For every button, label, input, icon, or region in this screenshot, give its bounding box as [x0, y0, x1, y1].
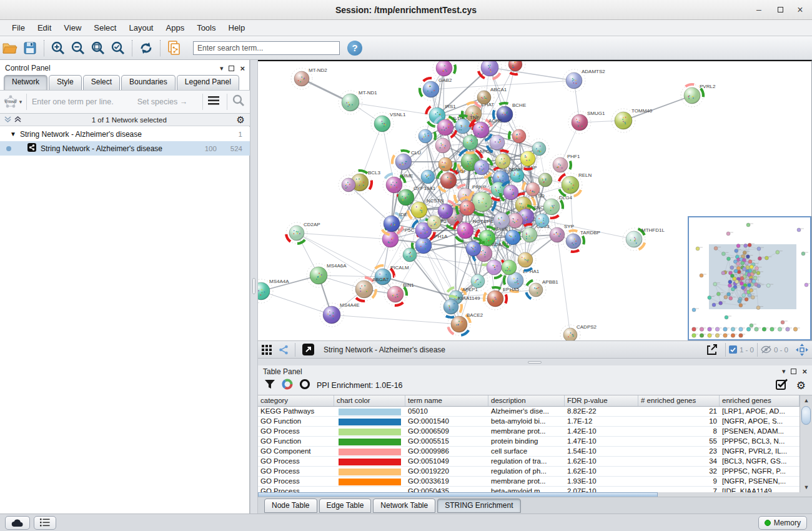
- tab-edge-table[interactable]: Edge Table: [319, 499, 372, 513]
- tab-string-enrichment[interactable]: STRING Enrichment: [437, 499, 520, 513]
- network-collection-row[interactable]: ▼ String Network - Alzheimer's disease 1: [0, 127, 250, 141]
- network-node-f2[interactable]: [478, 61, 502, 79]
- network-row[interactable]: String Network - Alzheimer's disease 100…: [0, 141, 250, 156]
- minimize-button[interactable]: –: [751, 4, 767, 16]
- maximize-button[interactable]: [772, 4, 788, 16]
- panel-menu-icon[interactable]: ▾: [782, 367, 786, 375]
- network-node-CD2AP[interactable]: CD2AP: [286, 222, 320, 244]
- table-row[interactable]: KEGG Pathways05010Alzheimer's dise...8.8…: [258, 407, 800, 417]
- network-node-g5[interactable]: [509, 126, 529, 146]
- column-header-enriched-genes[interactable]: enriched genes: [720, 395, 800, 406]
- grid-view-icon[interactable]: [258, 340, 275, 359]
- table-horizontal-scrollbar[interactable]: [258, 492, 812, 497]
- string-search-icon[interactable]: [232, 94, 245, 109]
- tab-select[interactable]: Select: [83, 75, 120, 90]
- column-header-category[interactable]: category: [258, 395, 334, 406]
- collection-expander-icon[interactable]: ▼: [10, 131, 16, 137]
- horizontal-splitter-grip[interactable]: [528, 361, 542, 364]
- zoom-selected-icon[interactable]: [108, 39, 128, 57]
- menu-view[interactable]: View: [58, 21, 87, 34]
- menu-layout[interactable]: Layout: [123, 21, 159, 34]
- menu-select[interactable]: Select: [88, 21, 122, 34]
- tab-boundaries[interactable]: Boundaries: [121, 75, 176, 90]
- network-options-gear-icon[interactable]: ⚙: [237, 114, 245, 126]
- network-node-APBB1[interactable]: APBB1: [526, 279, 558, 300]
- network-node-SMUG1[interactable]: SMUG1: [568, 111, 605, 134]
- column-header--enriched-genes[interactable]: # enriched genes: [638, 395, 720, 406]
- network-node-g2[interactable]: [432, 135, 453, 156]
- table-settings-gear-icon[interactable]: ⚙: [796, 379, 806, 392]
- network-node-RELN[interactable]: RELN: [558, 172, 592, 197]
- zoom-fit-icon[interactable]: [88, 39, 108, 57]
- tab-network[interactable]: Network: [4, 75, 47, 90]
- network-node-CADPS2[interactable]: CADPS2: [560, 324, 597, 340]
- filter-icon[interactable]: [264, 379, 275, 392]
- table-row[interactable]: GO ProcessGO:0033619membrane prot...1.93…: [258, 477, 800, 487]
- network-node-TARDBP[interactable]: TARDBP: [563, 230, 600, 252]
- network-node-VSNL1[interactable]: VSNL1: [371, 112, 406, 135]
- string-logo[interactable]: STRING ▾: [0, 94, 25, 109]
- table-row[interactable]: GO ProcessGO:0019220regulation of ph...1…: [258, 467, 800, 477]
- column-header-description[interactable]: description: [488, 395, 565, 406]
- close-button[interactable]: ×: [792, 4, 808, 16]
- network-node-MS4A6A[interactable]: MS4A6A: [307, 263, 347, 287]
- network-node-MT-ND1[interactable]: MT-ND1: [339, 90, 377, 114]
- network-node-PHF1[interactable]: PHF1: [550, 154, 580, 176]
- vertical-splitter-grip[interactable]: [252, 278, 255, 294]
- column-header-FDR-p-value[interactable]: FDR p-value: [565, 395, 638, 406]
- close-panel-icon[interactable]: ×: [802, 367, 807, 376]
- table-row[interactable]: GO FunctionGO:0001540beta-amyloid bi...1…: [258, 417, 800, 427]
- species-selector[interactable]: Set species →: [137, 97, 188, 106]
- table-row[interactable]: GO ProcessGO:0006509membrane prot...1.42…: [258, 427, 800, 437]
- open-session-button[interactable]: [0, 39, 20, 57]
- network-node-ABCA7[interactable]: ABCA7: [352, 277, 389, 301]
- column-header-term-name[interactable]: term name: [405, 395, 488, 406]
- refresh-icon[interactable]: [136, 39, 156, 57]
- memory-button[interactable]: Memory: [758, 516, 807, 530]
- ring-chart-icon[interactable]: [299, 379, 310, 392]
- network-node-ADAMTS2[interactable]: ADAMTS2: [563, 69, 605, 92]
- network-node-TOMM40[interactable]: TOMM40: [611, 108, 653, 132]
- network-from-selection-icon[interactable]: [164, 39, 184, 57]
- network-node-MS4A4E[interactable]: MS4A4E: [320, 302, 360, 327]
- birdseye-view[interactable]: [688, 216, 811, 340]
- expand-all-icon[interactable]: [14, 116, 22, 124]
- network-node-EPHA5[interactable]: EPHA5: [484, 287, 520, 310]
- zoom-out-icon[interactable]: [68, 39, 88, 57]
- scrollbar-thumb[interactable]: [801, 406, 811, 425]
- float-panel-icon[interactable]: [791, 369, 796, 374]
- select-columns-icon[interactable]: [776, 379, 788, 393]
- enrichment-chart-icon[interactable]: [282, 379, 293, 392]
- network-node-MT-ND2[interactable]: MT-ND2: [291, 67, 327, 89]
- export-network-icon[interactable]: [702, 340, 722, 359]
- open-in-browser-icon[interactable]: [299, 340, 317, 359]
- search-input[interactable]: [193, 41, 340, 55]
- tab-node-table[interactable]: Node Table: [264, 499, 317, 513]
- string-options-icon[interactable]: [208, 96, 219, 107]
- table-vertical-scrollbar[interactable]: ▲ ▼: [800, 395, 812, 492]
- birdseye-toggle-icon[interactable]: [792, 340, 812, 359]
- network-canvas[interactable]: MT-ND2MT-ND1VSNL1GAB2ADAMTS2PVRL2TOMM40S…: [258, 60, 812, 340]
- task-history-icon[interactable]: [34, 516, 56, 530]
- table-row[interactable]: GO ProcessGO:0051049regulation of tra...…: [258, 457, 800, 467]
- collapse-all-icon[interactable]: [4, 116, 12, 124]
- network-node-BIN1[interactable]: BIN1: [384, 282, 414, 305]
- tab-network-table[interactable]: Network Table: [373, 499, 435, 513]
- panel-menu-icon[interactable]: ▾: [220, 64, 224, 72]
- network-node-g18[interactable]: [515, 249, 536, 270]
- column-header-chart-color[interactable]: chart color: [334, 395, 405, 406]
- table-row[interactable]: GO FunctionGO:0005515protein binding1.47…: [258, 437, 800, 447]
- table-row[interactable]: GO ComponentGO:0009986cell surface1.54E-…: [258, 447, 800, 457]
- cloud-tasks-button[interactable]: [5, 516, 30, 530]
- string-query-input[interactable]: Enter one term per line.: [32, 97, 114, 106]
- zoom-in-icon[interactable]: [48, 39, 68, 57]
- network-share-icon[interactable]: [275, 340, 292, 359]
- float-panel-icon[interactable]: [229, 66, 234, 71]
- tab-style[interactable]: Style: [49, 75, 82, 90]
- network-node-PVRL2[interactable]: PVRL2: [681, 84, 716, 107]
- menu-tools[interactable]: Tools: [191, 21, 221, 34]
- help-icon[interactable]: ?: [347, 41, 362, 56]
- menu-apps[interactable]: Apps: [161, 21, 191, 34]
- menu-file[interactable]: File: [6, 21, 31, 34]
- tab-legend-panel[interactable]: Legend Panel: [177, 75, 239, 90]
